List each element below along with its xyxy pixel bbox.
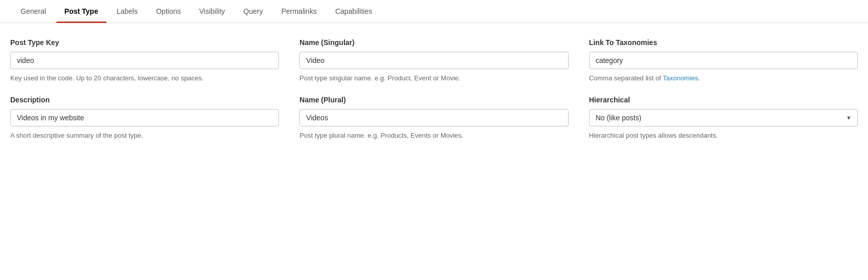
field-group-link-to-taxonomies: Link To TaxonomiesComma separated list o… xyxy=(589,38,858,83)
field-label-name-singular: Name (Singular) xyxy=(299,38,568,47)
input-name-plural[interactable] xyxy=(299,109,568,126)
field-hint-name-plural: Post type plural name. e.g. Products, Ev… xyxy=(299,131,568,141)
field-hint-name-singular: Post type singular name. e.g. Product, E… xyxy=(299,73,568,83)
input-name-singular[interactable] xyxy=(299,52,568,69)
field-group-post-type-key: Post Type KeyKey used in the code. Up to… xyxy=(10,38,279,83)
tab-permalinks[interactable]: Permalinks xyxy=(273,0,325,23)
select-hierarchical[interactable]: No (like posts)Yes (like pages) xyxy=(589,109,858,126)
field-hint-post-type-key: Key used in the code. Up to 20 character… xyxy=(10,73,279,83)
content-area: Post Type KeyKey used in the code. Up to… xyxy=(0,23,868,163)
field-group-name-singular: Name (Singular)Post type singular name. … xyxy=(299,38,568,83)
input-description[interactable] xyxy=(10,109,279,126)
field-label-post-type-key: Post Type Key xyxy=(10,38,279,47)
field-label-hierarchical: Hierarchical xyxy=(589,96,858,104)
tab-bar: GeneralPost TypeLabelsOptionsVisibilityQ… xyxy=(0,0,868,23)
tab-labels[interactable]: Labels xyxy=(108,0,146,23)
field-label-description: Description xyxy=(10,96,279,104)
input-link-to-taxonomies[interactable] xyxy=(589,52,858,69)
column-right: Link To TaxonomiesComma separated list o… xyxy=(589,38,858,153)
tab-query[interactable]: Query xyxy=(235,0,271,23)
tab-general[interactable]: General xyxy=(12,0,54,23)
field-hint-description: A short descriptive summary of the post … xyxy=(10,131,279,141)
tab-post-type[interactable]: Post Type xyxy=(56,0,106,23)
taxonomies-link[interactable]: Taxonomies xyxy=(663,74,698,82)
field-group-name-plural: Name (Plural)Post type plural name. e.g.… xyxy=(299,96,568,141)
column-middle: Name (Singular)Post type singular name. … xyxy=(299,38,568,153)
field-group-hierarchical: HierarchicalNo (like posts)Yes (like pag… xyxy=(589,96,858,141)
tab-capabilities[interactable]: Capabilities xyxy=(327,0,380,23)
field-label-link-to-taxonomies: Link To Taxonomies xyxy=(589,38,858,47)
field-hint-hierarchical: Hierarchical post types allows descendan… xyxy=(589,131,858,141)
select-wrapper-hierarchical: No (like posts)Yes (like pages) xyxy=(589,109,858,126)
field-hint-link-to-taxonomies: Comma separated list of Taxonomies. xyxy=(589,73,858,83)
input-post-type-key[interactable] xyxy=(10,52,279,69)
column-left: Post Type KeyKey used in the code. Up to… xyxy=(10,38,279,153)
field-group-description: DescriptionA short descriptive summary o… xyxy=(10,96,279,141)
tab-visibility[interactable]: Visibility xyxy=(191,0,233,23)
field-label-name-plural: Name (Plural) xyxy=(299,96,568,104)
tab-options[interactable]: Options xyxy=(148,0,189,23)
